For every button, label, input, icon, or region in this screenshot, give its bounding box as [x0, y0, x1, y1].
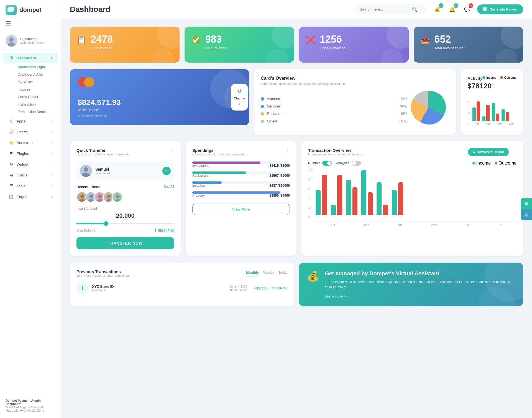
- legend-account: Account 20%: [261, 97, 407, 101]
- sidebar-item-table[interactable]: ☰ Table ›: [3, 181, 58, 191]
- sidebar-item-widget[interactable]: ⚙ Widget ›: [3, 159, 58, 170]
- sidebar-item-plugins[interactable]: ❤ Plugins ›: [3, 148, 58, 159]
- tx-actions: ⬇ Download Report ⋮: [468, 148, 516, 156]
- float-water-button[interactable]: 💧: [521, 209, 532, 220]
- balance-row: Your Balance $ 456,345.62: [76, 229, 174, 233]
- search-input[interactable]: [360, 7, 410, 11]
- bar-income-tue: [492, 103, 495, 121]
- messages-badge: 5: [469, 3, 473, 8]
- paid-icon: ✅: [191, 35, 201, 45]
- plugins-icon: ❤: [8, 151, 14, 156]
- mc-orange: [84, 77, 94, 87]
- qt-user: Samuel @saim224 ✓: [76, 161, 174, 180]
- legend-services: Services 40%: [261, 104, 407, 108]
- change-button[interactable]: ↺ Change ▾: [231, 84, 248, 111]
- tab-weekly[interactable]: Weekly: [263, 271, 274, 276]
- chevron-down-icon: ▾: [239, 102, 240, 106]
- change-label: Change: [234, 97, 245, 100]
- sub-item-dashboard-dark[interactable]: Dashboard Dark: [13, 71, 58, 78]
- download-report-button[interactable]: ⬇ Download Report: [468, 148, 509, 156]
- spend-label-installment: Installment $487 /$10000: [192, 184, 290, 188]
- more-options-icon[interactable]: ⋮: [285, 148, 290, 154]
- sidebar-item-apps[interactable]: ℹ Apps ›: [3, 116, 58, 126]
- recent-title: Recent Friend: [76, 185, 101, 189]
- property-label: Property: [192, 194, 205, 198]
- amount-slider[interactable]: [76, 223, 174, 224]
- notifications-button[interactable]: 🔔 12: [447, 4, 457, 14]
- label-others: Others: [267, 119, 398, 123]
- pct-restaurant: 15%: [400, 112, 407, 116]
- spend-bar-property: [192, 191, 290, 194]
- bar-income-mon: [482, 116, 485, 121]
- view-more-button[interactable]: View More: [192, 204, 290, 215]
- bar-income-sun: [472, 107, 476, 121]
- user-avatar: [80, 165, 92, 177]
- user-info: Hi, William william@gmail.com: [20, 37, 46, 44]
- income-label: Income: [476, 161, 491, 166]
- mid-section: $824,571.93 Wallet Balance +0,8% than la…: [70, 69, 523, 135]
- activity-card: Activity Income Outcome $78: [461, 69, 523, 135]
- sidebar-item-pages[interactable]: 📋 Pages ›: [3, 191, 58, 202]
- spendings-header: Spendings Lorem ipsum dolor sit amet, co…: [192, 148, 290, 160]
- bar-fill-property: [192, 191, 280, 194]
- prev-transactions-card: Previous Transactions Lorem ipsum dolor …: [70, 263, 294, 306]
- apps-icon: ℹ: [8, 118, 14, 124]
- messages-button[interactable]: 💬 5: [462, 4, 472, 14]
- table-label: Table: [17, 184, 25, 188]
- avatar: [6, 35, 17, 47]
- sidebar-item-forms[interactable]: 🖨 Forms ›: [3, 170, 58, 180]
- income-chip: Income: [472, 161, 491, 166]
- chevron-icon: ›: [51, 184, 52, 188]
- forms-label: Forms: [17, 173, 27, 177]
- bar-group-sun: [472, 101, 480, 121]
- cards-overview-card: Card's Overview Lorem ipsum dolor sit am…: [254, 69, 456, 135]
- plugins-label: Plugins: [17, 152, 29, 156]
- tab-today[interactable]: Today: [278, 271, 287, 276]
- widget-label: Widget: [17, 162, 28, 166]
- paid-invoices-label: Paid Invoices: [205, 46, 227, 50]
- sub-item-my-wallet[interactable]: My Wallet: [13, 78, 58, 86]
- sidebar-item-bootstrap[interactable]: ⭐ Bootstrap ›: [3, 137, 58, 148]
- pie-chart: [410, 89, 449, 128]
- hamburger-button[interactable]: ☰: [0, 20, 61, 32]
- sidebar-item-dashboard[interactable]: ⊞ Dashboard ▾: [3, 53, 58, 63]
- prev-tx-header: Previous Transactions Lorem ipsum dolor …: [76, 269, 287, 277]
- prev-tx-desc: Lorem ipsum dolor sit amet, consectetur: [76, 274, 131, 277]
- sub-item-invoices[interactable]: Invoices: [13, 86, 58, 93]
- more-options-icon[interactable]: ⋮: [169, 148, 174, 154]
- outcome-label: Outcome: [504, 76, 516, 79]
- bar-income-mon: [331, 205, 336, 215]
- three-col-section: Quick Transfer Lorem ipsum dolor sit ame…: [70, 141, 523, 256]
- more-options-icon[interactable]: ⋮: [511, 149, 516, 155]
- overview-desc: Lorem ipsum dolor sit amet, consectetur …: [261, 82, 449, 85]
- sidebar-logo: dompet: [0, 0, 61, 20]
- toggle-number-switch[interactable]: [322, 161, 332, 166]
- transfer-now-button[interactable]: TRANSFER NOW: [76, 237, 174, 249]
- slider-thumb: [104, 221, 108, 226]
- chevron-icon: ›: [51, 119, 52, 123]
- va-learn-more-link[interactable]: Learn more >>: [325, 294, 515, 298]
- recent-header: Recent Friend See All: [76, 185, 174, 189]
- svg-rect-2: [8, 7, 14, 11]
- installment-label: Installment: [192, 184, 208, 188]
- generate-report-button[interactable]: 📊 Generate Report: [477, 4, 523, 14]
- amount-label: Insert Amount: [76, 207, 174, 211]
- chevron-icon: ›: [51, 173, 52, 177]
- water-icon: 💧: [524, 212, 529, 217]
- label-sun: Sun: [330, 223, 335, 227]
- bar-fill-installment: [192, 181, 222, 184]
- wallet-icon-button[interactable]: 💰 2: [432, 4, 442, 14]
- spend-bar-investment: [192, 161, 290, 164]
- toggle-analytics-switch[interactable]: [352, 161, 361, 166]
- see-all-link[interactable]: See All: [164, 185, 174, 189]
- bar-outcome-tue: [352, 187, 357, 215]
- sidebar-item-charts[interactable]: 📈 Charts ›: [3, 127, 58, 137]
- sub-item-dashboard-light[interactable]: Dashboard Light: [13, 63, 58, 71]
- tab-monthly[interactable]: Monthly: [246, 271, 259, 276]
- va-title: Get managed by Dompet's Virtual Assistan…: [325, 270, 515, 277]
- restaurant-label: Restaurant: [192, 174, 209, 178]
- float-settings-button[interactable]: ⚙: [521, 198, 532, 209]
- sub-item-cards-center[interactable]: Cards Center: [13, 93, 58, 101]
- sub-item-transaction[interactable]: Transaction: [13, 101, 58, 108]
- sub-item-transaction-details[interactable]: Transaction Details: [13, 108, 58, 116]
